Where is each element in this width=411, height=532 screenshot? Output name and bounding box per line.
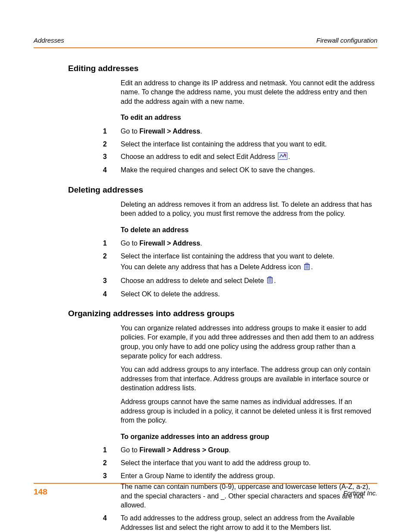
- para-organizing-2: You can add address groups to any interf…: [121, 365, 377, 393]
- task-title-organizing: To organize addresses into an address gr…: [121, 432, 377, 442]
- document-page: Addresses Firewall configuration Editing…: [0, 0, 411, 532]
- intro-deleting: Deleting an address removes it from an a…: [121, 200, 377, 218]
- page-content: Editing addresses Edit an address to cha…: [34, 63, 377, 532]
- step-number: 1: [34, 239, 121, 248]
- steps-editing: 1 Go to Firewall > Address. 2 Select the…: [34, 127, 377, 175]
- task-title-editing: To edit an address: [121, 113, 377, 122]
- header-right: Firewall configuration: [316, 36, 377, 45]
- step-text: Choose an address to delete and select D…: [121, 276, 377, 286]
- para-organizing-3: Address groups cannot have the same name…: [121, 397, 377, 425]
- svg-rect-3: [306, 263, 308, 264]
- step: 3 Choose an address to delete and select…: [34, 276, 377, 286]
- step-number: 2: [34, 252, 121, 273]
- step-number: 1: [34, 445, 121, 455]
- step: 3 Choose an address to edit and select E…: [34, 152, 377, 162]
- trash-icon: [304, 263, 310, 273]
- step: 4 Make the required changes and select O…: [34, 165, 377, 175]
- para-organizing-1: You can organize related addresses into …: [121, 324, 377, 361]
- intro-editing: Edit an address to change its IP address…: [121, 78, 377, 106]
- edit-icon: [278, 152, 287, 162]
- step-number: 3: [34, 152, 121, 162]
- step: 2 Select the interface list containing t…: [34, 252, 377, 273]
- step-number: 2: [34, 458, 121, 468]
- step: 4 To add addresses to the address group,…: [34, 513, 377, 532]
- step: 1 Go to Firewall > Address.: [34, 127, 377, 136]
- step: 1 Go to Firewall > Address > Group.: [34, 445, 377, 455]
- step-text: Select the interface list containing the…: [121, 252, 377, 273]
- step-text: Select the interface list containing the…: [121, 140, 377, 149]
- trash-icon: [267, 276, 273, 286]
- running-footer: 148 Fortinet Inc.: [34, 483, 377, 498]
- step-text: Go to Firewall > Address.: [121, 127, 377, 136]
- step-number: 3: [34, 276, 121, 286]
- footer-brand: Fortinet Inc.: [343, 489, 377, 498]
- step-text: Go to Firewall > Address > Group.: [121, 445, 377, 455]
- step: 4 Select OK to delete the address.: [34, 289, 377, 299]
- step-text: Make the required changes and select OK …: [121, 165, 377, 175]
- step-text: Choose an address to edit and select Edi…: [121, 152, 377, 162]
- running-header: Addresses Firewall configuration: [34, 36, 377, 48]
- step-number: 4: [34, 289, 121, 299]
- step-number: 4: [34, 513, 121, 532]
- heading-editing: Editing addresses: [68, 63, 377, 74]
- step-text: Go to Firewall > Address.: [121, 239, 377, 248]
- step-number: 2: [34, 140, 121, 149]
- task-title-deleting: To delete an address: [121, 225, 377, 235]
- heading-deleting: Deleting addresses: [68, 184, 377, 196]
- steps-deleting: 1 Go to Firewall > Address. 2 Select the…: [34, 239, 377, 299]
- step-number: 4: [34, 165, 121, 175]
- step-text: To add addresses to the address group, s…: [121, 513, 377, 532]
- step-text: Select the interface that you want to ad…: [121, 458, 377, 468]
- header-left: Addresses: [34, 36, 64, 45]
- step-number: 1: [34, 127, 121, 136]
- heading-organizing: Organizing addresses into address groups: [68, 308, 377, 319]
- step: 2 Select the interface that you want to …: [34, 458, 377, 468]
- page-number: 148: [34, 486, 47, 498]
- step: 1 Go to Firewall > Address.: [34, 239, 377, 248]
- step: 2 Select the interface list containing t…: [34, 140, 377, 149]
- step-text: Select OK to delete the address.: [121, 289, 377, 299]
- svg-rect-9: [269, 277, 271, 278]
